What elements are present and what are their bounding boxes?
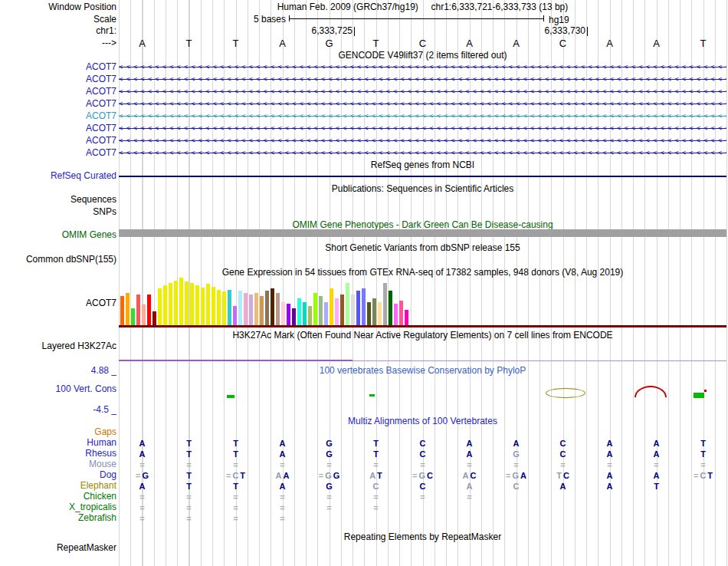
gtex-bar[interactable]: [212, 287, 215, 325]
multiz-row-dog[interactable]: =GT=CTAA=GGAT=GCAC=GATCAA=CT: [119, 470, 726, 481]
label-repeatmasker[interactable]: RepeatMasker: [0, 543, 116, 553]
multiz-row-rhesus[interactable]: ATTAGTCAGCAAT: [119, 449, 726, 459]
gene-row[interactable]: <<<<<<<<<<<<<<<<<<<<<<<<<<<<<<<<<<<<<<<<…: [119, 74, 726, 86]
gencode-transcript-label[interactable]: ACOT7: [0, 136, 116, 146]
label-cons-track[interactable]: 100 Vert. Cons: [0, 384, 116, 394]
multiz-row-elephant[interactable]: ATTAGCCACAAT: [119, 481, 726, 492]
gtex-bar[interactable]: [276, 293, 280, 325]
gtex-bar[interactable]: [254, 293, 258, 325]
gtex-bar[interactable]: [281, 302, 285, 325]
gtex-bar[interactable]: [287, 304, 290, 325]
multiz-row-zebrafish[interactable]: ====: [119, 513, 726, 524]
gtex-bar[interactable]: [351, 295, 355, 325]
label-species-human[interactable]: Human: [0, 438, 116, 448]
gtex-bar[interactable]: [206, 284, 210, 325]
label-omim-genes[interactable]: OMIM Genes: [0, 230, 116, 240]
omim-genes-track[interactable]: [119, 229, 726, 237]
gtex-bar[interactable]: [389, 291, 392, 325]
gene-row[interactable]: <<<<<<<<<<<<<<<<<<<<<<<<<<<<<<<<<<<<<<<<…: [119, 61, 726, 74]
gtex-bar[interactable]: [297, 298, 301, 325]
gtex-bar[interactable]: [120, 296, 124, 325]
gtex-bar[interactable]: [383, 283, 387, 325]
h3k27ac-signal-segment[interactable]: [119, 360, 353, 361]
gtex-bar[interactable]: [238, 291, 242, 325]
gtex-bar[interactable]: [313, 293, 317, 325]
gtex-bar[interactable]: [367, 302, 371, 325]
label-species-mouse[interactable]: Mouse: [0, 459, 116, 469]
gtex-bar[interactable]: [249, 295, 253, 325]
gencode-transcript-label[interactable]: ACOT7: [0, 62, 116, 72]
multiz-row-mouse[interactable]: =============: [119, 459, 726, 470]
gtex-bar[interactable]: [271, 288, 274, 325]
gtex-bar[interactable]: [405, 310, 408, 325]
gtex-bar[interactable]: [179, 278, 183, 325]
label-gtex-gene[interactable]: ACOT7: [0, 298, 116, 308]
gene-row[interactable]: <<<<<<<<<<<<<<<<<<<<<<<<<<<<<<<<<<<<<<<<…: [119, 123, 726, 135]
gtex-bar[interactable]: [394, 304, 398, 325]
gtex-bar[interactable]: [142, 304, 146, 325]
gtex-bar[interactable]: [228, 290, 231, 325]
gtex-bar[interactable]: [126, 293, 130, 325]
gtex-bar[interactable]: [195, 285, 199, 325]
gencode-transcript-label[interactable]: ACOT7: [0, 87, 116, 97]
gene-row[interactable]: <<<<<<<<<<<<<<<<<<<<<<<<<<<<<<<<<<<<<<<<…: [119, 135, 726, 147]
gtex-bar[interactable]: [185, 281, 189, 325]
gtex-bar[interactable]: [378, 302, 382, 325]
gtex-bar[interactable]: [265, 291, 269, 325]
gencode-transcript-label[interactable]: ACOT7: [0, 111, 116, 121]
multiz-row-chicken[interactable]: ========: [119, 492, 726, 502]
label-strand[interactable]: --->: [0, 38, 116, 48]
gtex-bar[interactable]: [292, 308, 296, 325]
gtex-bar[interactable]: [136, 295, 140, 325]
label-species-x_tropicalis[interactable]: X_tropicalis: [0, 502, 116, 512]
gtex-bar[interactable]: [372, 298, 376, 325]
gtex-bar[interactable]: [233, 306, 237, 325]
label-species-zebrafish[interactable]: Zebrafish: [0, 513, 116, 523]
gtex-bar[interactable]: [174, 281, 178, 325]
gtex-bar[interactable]: [335, 298, 339, 325]
refseq-curated-track[interactable]: [119, 176, 726, 177]
label-refseq-curated[interactable]: RefSeq Curated: [0, 171, 116, 181]
gtex-bar[interactable]: [319, 296, 323, 325]
label-species-elephant[interactable]: Elephant: [0, 481, 116, 491]
label-sequences[interactable]: Sequences: [0, 195, 116, 205]
gtex-bar[interactable]: [260, 296, 264, 325]
gtex-bar[interactable]: [244, 293, 248, 325]
label-window-position[interactable]: Window Position: [0, 2, 116, 12]
gene-row[interactable]: <<<<<<<<<<<<<<<<<<<<<<<<<<<<<<<<<<<<<<<<…: [119, 98, 726, 110]
multiz-row-gaps[interactable]: [119, 427, 726, 438]
gtex-bar[interactable]: [303, 302, 307, 325]
label-layered-h3k27ac[interactable]: Layered H3K27Ac: [0, 341, 116, 351]
gtex-bar[interactable]: [158, 288, 162, 325]
gtex-bar[interactable]: [330, 288, 333, 325]
label-species-dog[interactable]: Dog: [0, 470, 116, 480]
gtex-chart[interactable]: [119, 276, 726, 325]
multiz-row-x_tropicalis[interactable]: ======: [119, 502, 726, 513]
gtex-bar[interactable]: [152, 311, 156, 325]
gencode-transcript-label[interactable]: ACOT7: [0, 74, 116, 84]
multiz-row-human[interactable]: ATTAGTCAACAAT: [119, 438, 726, 449]
gtex-bar[interactable]: [340, 295, 344, 325]
label-cons-min[interactable]: -4.5 _: [0, 405, 116, 415]
gtex-bar[interactable]: [356, 291, 360, 325]
label-snps[interactable]: SNPs: [0, 207, 116, 217]
gtex-bar[interactable]: [222, 291, 226, 325]
gtex-bar[interactable]: [399, 301, 403, 325]
gene-row[interactable]: <<<<<<<<<<<<<<<<<<<<<<<<<<<<<<<<<<<<<<<<…: [119, 110, 726, 123]
gene-row[interactable]: <<<<<<<<<<<<<<<<<<<<<<<<<<<<<<<<<<<<<<<<…: [119, 147, 726, 160]
gtex-bar[interactable]: [308, 306, 312, 325]
gtex-bar[interactable]: [217, 290, 221, 325]
label-common-dbsnp[interactable]: Common dbSNP(155): [0, 255, 116, 265]
gtex-bar[interactable]: [163, 285, 167, 325]
gencode-transcript-label[interactable]: ACOT7: [0, 99, 116, 109]
label-species-rhesus[interactable]: Rhesus: [0, 449, 116, 459]
label-cons-max[interactable]: 4.88 _: [0, 366, 116, 376]
gtex-bar[interactable]: [324, 302, 328, 325]
gene-row[interactable]: <<<<<<<<<<<<<<<<<<<<<<<<<<<<<<<<<<<<<<<<…: [119, 86, 726, 98]
label-chrom[interactable]: chr1:: [0, 26, 116, 36]
gencode-transcript-label[interactable]: ACOT7: [0, 148, 116, 158]
label-scale[interactable]: Scale: [0, 15, 116, 25]
gtex-bar[interactable]: [169, 283, 172, 325]
label-species-gaps[interactable]: Gaps: [0, 427, 116, 437]
gtex-bar[interactable]: [346, 283, 349, 325]
